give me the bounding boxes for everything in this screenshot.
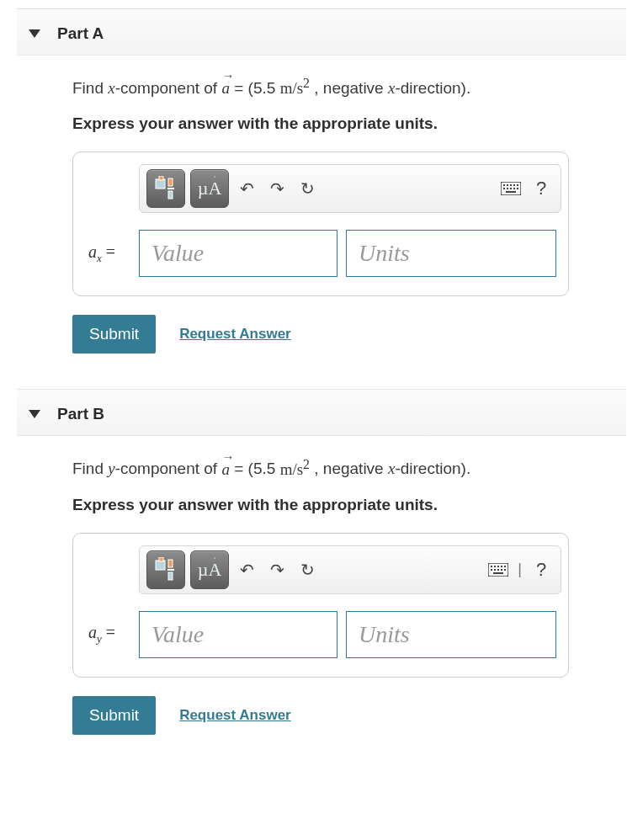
templates-button[interactable]: [146, 550, 185, 589]
svg-rect-0: [156, 179, 165, 189]
part-a-instruction: Express your answer with the appropriate…: [72, 114, 589, 133]
caret-down-icon: [29, 410, 40, 418]
part-header-a[interactable]: Part A: [17, 9, 626, 56]
value-input[interactable]: Value: [139, 611, 337, 658]
units-input[interactable]: Units: [346, 611, 556, 658]
svg-rect-8: [510, 184, 512, 186]
svg-rect-31: [501, 569, 502, 571]
svg-rect-4: [168, 191, 173, 199]
svg-rect-23: [491, 566, 492, 567]
part-a-title: Part A: [57, 24, 104, 43]
answer-box-a: µA˚ ↶ ↷ ↻ ? ax = Value Units: [72, 152, 569, 296]
submit-button[interactable]: Submit: [72, 315, 156, 354]
part-b-prompt: Find y-component of a = (5.5 m/s2 , nega…: [72, 456, 589, 478]
templates-icon: [153, 557, 178, 582]
svg-rect-28: [491, 569, 492, 571]
keyboard-icon[interactable]: [486, 557, 511, 582]
svg-rect-18: [159, 557, 163, 561]
keyboard-icon[interactable]: [498, 176, 523, 201]
help-icon[interactable]: ?: [529, 176, 554, 201]
toolbar-b: µA˚ ↶ ↷ ↻ | ?: [139, 545, 561, 594]
svg-rect-21: [168, 572, 173, 580]
undo-icon[interactable]: ↶: [234, 557, 259, 582]
answer-box-b: µA˚ ↶ ↷ ↻ | ? ay = Value Units: [72, 533, 569, 678]
part-b-instruction: Express your answer with the appropriate…: [72, 496, 589, 514]
svg-rect-30: [497, 569, 499, 571]
redo-icon[interactable]: ↷: [264, 176, 290, 201]
svg-rect-6: [503, 184, 505, 186]
svg-rect-9: [513, 184, 515, 186]
reset-icon[interactable]: ↻: [295, 557, 320, 582]
svg-rect-32: [504, 569, 506, 571]
svg-rect-16: [506, 191, 516, 193]
variable-label-a: ax =: [85, 242, 139, 265]
svg-rect-12: [507, 188, 508, 189]
svg-rect-7: [507, 184, 508, 186]
svg-rect-25: [497, 566, 499, 567]
svg-rect-26: [501, 566, 502, 567]
toolbar-separator: |: [518, 561, 522, 578]
units-symbol-button[interactable]: µA˚: [190, 550, 229, 589]
svg-rect-1: [159, 176, 163, 180]
svg-rect-10: [517, 184, 518, 186]
svg-rect-24: [494, 566, 496, 567]
help-icon[interactable]: ?: [529, 557, 554, 582]
svg-rect-29: [494, 569, 496, 571]
svg-rect-27: [504, 566, 506, 567]
part-a-prompt: Find x-component of a = (5.5 m/s2 , nega…: [72, 76, 589, 98]
svg-rect-15: [517, 188, 518, 189]
part-header-b[interactable]: Part B: [17, 389, 626, 436]
part-b-title: Part B: [57, 405, 104, 423]
submit-button[interactable]: Submit: [72, 696, 156, 735]
toolbar-a: µA˚ ↶ ↷ ↻ ?: [139, 164, 561, 213]
templates-button[interactable]: [146, 169, 185, 208]
value-input[interactable]: Value: [139, 230, 337, 277]
svg-rect-14: [513, 188, 515, 189]
undo-icon[interactable]: ↶: [234, 176, 259, 201]
templates-icon: [153, 176, 178, 201]
caret-down-icon: [29, 29, 40, 38]
svg-rect-19: [168, 560, 173, 567]
request-answer-link[interactable]: Request Answer: [179, 326, 291, 343]
units-symbol-button[interactable]: µA˚: [190, 169, 229, 208]
part-a-body: Find x-component of a = (5.5 m/s2 , nega…: [0, 56, 589, 367]
svg-rect-11: [503, 188, 505, 189]
units-input[interactable]: Units: [346, 230, 556, 277]
request-answer-link[interactable]: Request Answer: [179, 707, 291, 724]
reset-icon[interactable]: ↻: [295, 176, 320, 201]
part-b-body: Find y-component of a = (5.5 m/s2 , nega…: [0, 436, 589, 747]
svg-rect-2: [168, 178, 173, 186]
svg-rect-33: [493, 572, 503, 574]
svg-rect-17: [156, 561, 165, 570]
variable-label-b: ay =: [85, 623, 139, 646]
svg-rect-13: [510, 188, 512, 189]
redo-icon[interactable]: ↷: [264, 557, 290, 582]
